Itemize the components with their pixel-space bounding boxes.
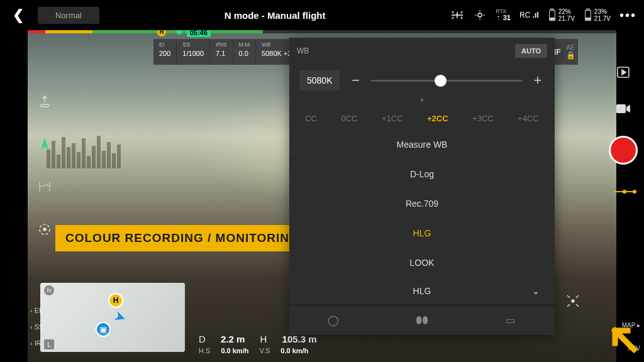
camera-settings-button[interactable] — [614, 182, 633, 201]
wb-cc-row: CC 0CC +1CC +2CC +3CC +4CC — [289, 107, 555, 129]
home-marker: H — [157, 30, 166, 36]
param-iris[interactable]: IRIS7.1 — [210, 39, 233, 65]
record-button[interactable] — [609, 136, 638, 165]
flight-time-bar: H 05:46 — [28, 30, 616, 33]
minimap-home: H — [108, 293, 123, 308]
wb-option-dlog[interactable]: D-Log — [289, 159, 555, 189]
corner-arrow-icon — [604, 319, 639, 357]
page-title: N mode - Manual flight — [108, 10, 441, 21]
photo-video-toggle[interactable] — [614, 99, 633, 118]
tab-film-icon[interactable]: ▭ — [466, 305, 555, 335]
svg-rect-6 — [586, 18, 591, 19]
minimap-layer-button[interactable]: L — [44, 339, 54, 349]
focus-target-icon[interactable] — [36, 221, 53, 238]
wb-option-hlg[interactable]: HLG — [289, 218, 555, 248]
svg-rect-5 — [587, 9, 589, 10]
ae-lock-button[interactable]: AE🔒 — [564, 39, 578, 65]
right-toolbar — [609, 63, 638, 201]
wb-caret-icon: ▼ — [289, 97, 555, 107]
minimap-heading-icon: ➤ — [112, 308, 128, 327]
back-button[interactable]: ❮ — [8, 7, 29, 23]
wb-panel: WB AUTO 5080K − + ▼ CC 0CC +1CC +2CC +3C… — [289, 38, 555, 335]
svg-rect-12 — [616, 104, 626, 113]
cc-option[interactable]: +1CC — [382, 114, 403, 123]
aircraft-icon[interactable] — [450, 8, 464, 22]
takeoff-icon[interactable] — [36, 93, 53, 109]
wb-option-rec709[interactable]: Rec.709 — [289, 189, 555, 218]
minimap-north: N — [44, 285, 54, 295]
svg-rect-2 — [551, 9, 553, 10]
minimap-drone: ▣ — [96, 322, 111, 337]
aircraft-battery[interactable]: 22%21.7V — [548, 8, 575, 22]
cc-option[interactable]: CC — [305, 114, 317, 123]
wb-option-measure[interactable]: Measure WB — [289, 129, 555, 159]
gimbal-indicator-icon[interactable] — [565, 293, 581, 312]
tab-color-icon[interactable]: ⬮⬮ — [378, 305, 467, 335]
overlay-banner: COLOUR RECORDING / MONITORING — [55, 225, 309, 251]
left-toolbar — [36, 93, 53, 238]
playback-button[interactable] — [614, 63, 633, 82]
wb-option-look[interactable]: LOOK — [289, 248, 555, 277]
cc-option[interactable]: +4CC — [518, 114, 539, 123]
cc-option[interactable]: +3CC — [472, 114, 494, 123]
svg-point-0 — [478, 13, 482, 17]
controller-battery[interactable]: 23%21.7V — [584, 8, 611, 22]
more-menu-button[interactable]: ••• — [619, 8, 636, 23]
cc-option[interactable]: 0CC — [341, 114, 357, 123]
chevron-down-icon: ⌄ — [532, 286, 540, 296]
waypoint-icon[interactable] — [36, 178, 53, 195]
wb-bottom-tabs: ◯ ⬮⬮ ▭ — [289, 305, 555, 335]
wb-minus-button[interactable]: − — [348, 72, 362, 89]
rc-signal[interactable]: RC .ıl — [519, 11, 539, 19]
wb-slider-thumb[interactable] — [435, 75, 447, 87]
wb-panel-title: WB — [297, 47, 309, 55]
svg-point-9 — [43, 228, 46, 231]
compass-icon[interactable] — [36, 136, 53, 152]
svg-rect-3 — [550, 18, 554, 19]
param-ss[interactable]: SS1/1000 — [177, 39, 210, 65]
remaining-time: 05:46 — [187, 30, 211, 37]
wb-slider-track[interactable] — [371, 80, 522, 82]
tab-aperture-icon[interactable]: ◯ — [289, 305, 378, 335]
minimap[interactable]: N H ➤ ▣ L — [40, 283, 185, 352]
wb-dropdown[interactable]: HLG ⌄ — [289, 277, 555, 305]
rtk-status[interactable]: RTK⭡ 31 — [496, 9, 511, 21]
svg-point-7 — [40, 104, 49, 107]
time-marker-dot — [176, 30, 182, 35]
telemetry-readout: D 2.2 m H 105.3 m H.S 0.0 km/h V.S 0.0 k… — [199, 334, 330, 354]
wb-kelvin-value[interactable]: 5080K — [299, 70, 340, 90]
wb-plus-button[interactable]: + — [531, 72, 545, 89]
cc-option-selected[interactable]: +2CC — [427, 114, 448, 123]
param-ei[interactable]: EI200 — [153, 39, 177, 65]
wb-auto-button[interactable]: AUTO — [515, 44, 547, 58]
top-bar: ❮ Normal N mode - Manual flight RTK⭡ 31 … — [0, 0, 644, 30]
param-mm[interactable]: M.M0.0 — [233, 39, 257, 65]
obstacle-icon[interactable] — [473, 8, 487, 22]
svg-point-10 — [572, 300, 574, 302]
flight-mode-chip[interactable]: Normal — [38, 7, 99, 24]
